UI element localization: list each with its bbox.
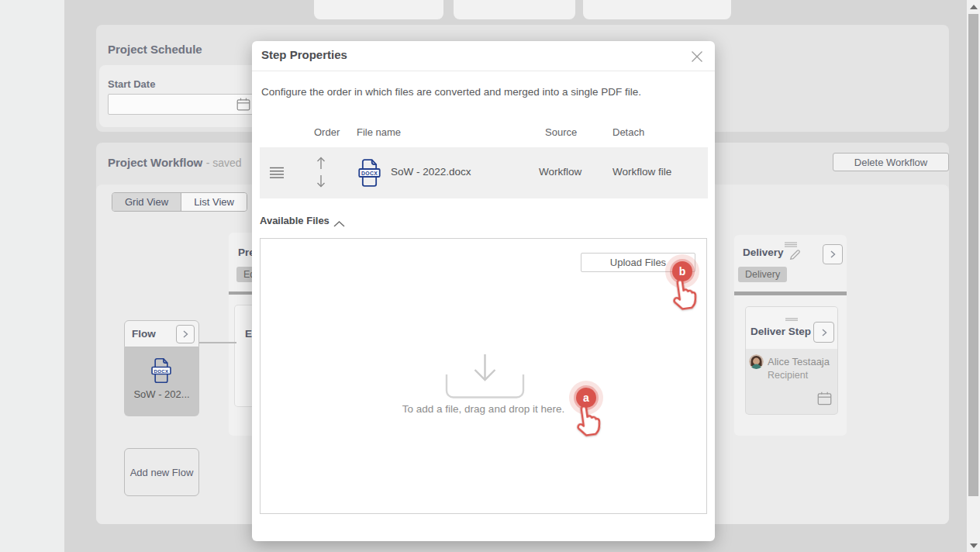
- move-up-icon[interactable]: [316, 156, 326, 174]
- add-new-flow-label: Add new Flow: [130, 467, 194, 478]
- flow-card-header[interactable]: Flow: [124, 320, 199, 347]
- workflow-defined-card: Workflow Defined: [314, 0, 443, 19]
- col-header-detach: Detach: [612, 126, 644, 138]
- chevron-right-icon: [829, 250, 837, 259]
- move-down-icon[interactable]: [316, 173, 326, 191]
- start-date-label: Start Date: [108, 78, 155, 90]
- workflow-saved-status: - saved: [206, 157, 242, 169]
- col-header-source: Source: [545, 126, 577, 138]
- files-attached-card: Files Attached: [454, 0, 575, 19]
- view-toggle: Grid View List View: [112, 192, 247, 212]
- svg-text:DOCX: DOCX: [361, 171, 378, 176]
- deliver-step-expand-button[interactable]: [813, 322, 834, 343]
- scrollbar-thumb[interactable]: [968, 14, 978, 496]
- table-row: DOCX SoW - 2022.docx Workflow Workflow f…: [260, 147, 708, 198]
- scroll-up-arrow[interactable]: [970, 5, 978, 9]
- column-delivery-title: Delivery: [743, 247, 784, 258]
- row-drag-handle-icon[interactable]: [270, 167, 284, 182]
- drop-files-icon: [445, 351, 525, 402]
- available-files-label: Available Files: [260, 215, 330, 226]
- edit-step-title: E: [245, 328, 252, 340]
- add-new-flow-button[interactable]: Add new Flow: [124, 448, 199, 496]
- step-properties-modal: Step Properties Configure the order in w…: [252, 41, 715, 541]
- calendar-icon[interactable]: [817, 392, 832, 409]
- list-view-label: List View: [194, 196, 234, 208]
- modal-description: Configure the order in which files are c…: [261, 86, 641, 98]
- avatar: [749, 354, 764, 369]
- assign-collaborators-card: Assign Collaborators: [583, 0, 731, 19]
- col-header-order: Order: [314, 126, 340, 138]
- edit-pencil-icon[interactable]: [788, 247, 802, 265]
- row-detach: Workflow file: [612, 166, 671, 178]
- upload-files-label: Upload Files: [610, 257, 666, 268]
- row-source: Workflow: [539, 166, 581, 178]
- app-screen: Workflow Defined Files Attached Assign C…: [0, 0, 980, 552]
- modal-title: Step Properties: [261, 48, 347, 61]
- column-delivery-bar: [734, 292, 847, 295]
- flow-file-label: SoW - 202...: [124, 388, 199, 400]
- grid-view-label: Grid View: [125, 196, 168, 208]
- assignee-role: Recipient: [768, 370, 808, 381]
- flow-card-title: Flow: [132, 328, 156, 340]
- scroll-down-arrow[interactable]: [970, 543, 978, 548]
- svg-text:DOCX: DOCX: [154, 368, 169, 374]
- step-drag-handle-icon[interactable]: [785, 311, 798, 325]
- left-sidebar: [0, 0, 64, 552]
- col-header-file-name: File name: [357, 126, 401, 138]
- delete-workflow-button[interactable]: Delete Workflow: [833, 153, 949, 171]
- row-file-name: SoW - 2022.docx: [391, 166, 471, 178]
- deliver-step-title: Deliver Step: [751, 326, 811, 337]
- column-delivery-tag: Delivery: [738, 267, 787, 282]
- available-files-panel: Upload Files To add a file, drag and dro…: [260, 238, 707, 514]
- pointer-hand-icon: [665, 272, 702, 316]
- pointer-hand-icon: [569, 398, 606, 443]
- delivery-expand-button[interactable]: [823, 244, 843, 264]
- project-schedule-title: Project Schedule: [108, 43, 202, 56]
- docx-file-icon: DOCX: [357, 157, 381, 191]
- project-workflow-title-row: Project Workflow - saved: [108, 156, 242, 170]
- chevron-right-icon: [820, 328, 828, 337]
- chevron-right-icon: [181, 329, 189, 339]
- flow-expand-button[interactable]: [176, 325, 195, 343]
- flow-card-body[interactable]: DOCX SoW - 202...: [124, 347, 199, 416]
- project-workflow-title: Project Workflow: [108, 156, 202, 169]
- chevron-up-icon[interactable]: [333, 217, 346, 231]
- close-icon[interactable]: [691, 50, 703, 66]
- assignee-name: Alice Testaaja: [768, 356, 830, 367]
- tab-list-view[interactable]: List View: [181, 193, 247, 211]
- calendar-icon[interactable]: [236, 98, 250, 114]
- tab-grid-view[interactable]: Grid View: [112, 193, 181, 211]
- flow-connector-line: [199, 342, 236, 343]
- docx-file-icon: DOCX: [150, 357, 172, 387]
- vertical-scrollbar: [967, 0, 980, 552]
- start-date-input[interactable]: [108, 94, 260, 115]
- deliver-step-card[interactable]: Deliver Step Alice Testaaja Recipient: [746, 307, 837, 414]
- delete-workflow-label: Delete Workflow: [854, 157, 927, 168]
- dropzone-text[interactable]: To add a file, drag and drop it here.: [261, 403, 706, 415]
